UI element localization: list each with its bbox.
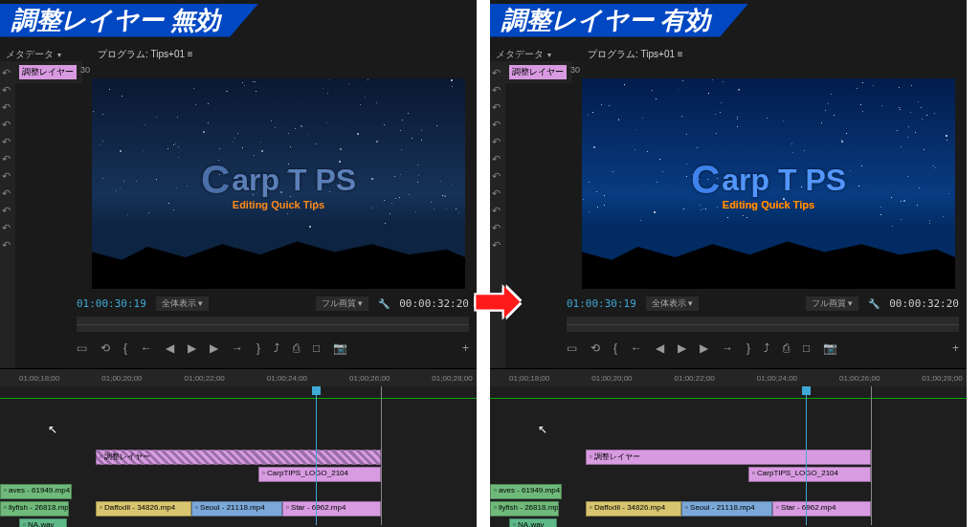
transport-button[interactable]: ◀ [166,341,174,355]
transport-button[interactable]: ← [631,341,642,355]
transport-button[interactable]: → [232,341,243,355]
undo-icon[interactable]: ↶ [2,101,13,113]
transport-button[interactable]: ⎙ [783,341,790,355]
add-button[interactable]: + [462,341,469,355]
playhead[interactable] [806,386,807,525]
program-tab[interactable]: プログラム: Tips+01 ≡ [96,46,195,63]
clip-jelly[interactable]: ▫ llyfish - 26818.mp4 [490,501,559,516]
undo-icon[interactable]: ↶ [2,187,13,199]
transport-button[interactable]: □ [313,341,320,355]
tracks[interactable]: ↖ ▫ 調整レイヤー▫ CarpTIPS_LOGO_2104▫ aves - 6… [490,386,967,525]
clip-waves[interactable]: ▫ aves - 61949.mp4 [0,484,72,499]
transport-button[interactable]: } [746,341,750,355]
ruler-tick: 01;00;22;00 [675,374,715,383]
transport-button[interactable]: { [613,341,617,355]
undo-icon[interactable]: ↶ [492,119,503,130]
out-point[interactable] [381,386,382,525]
undo-icon[interactable]: ↶ [2,153,13,165]
undo-icon[interactable]: ↶ [2,67,13,78]
transport-button[interactable]: ⟲ [590,341,600,355]
undo-icon[interactable]: ↶ [2,239,13,251]
ruler-tick: 01;00;18;00 [509,374,549,383]
clip-waves[interactable]: ▫ aves - 61949.mp4 [490,484,562,499]
transport-button[interactable]: ⎙ [293,341,300,355]
add-button[interactable]: + [952,341,959,355]
transport-button[interactable]: □ [803,341,810,355]
time-ruler[interactable]: 01;00;18;0001;00;20;0001;00;22;0001;00;2… [0,369,477,386]
transport-button[interactable]: ▶ [210,341,218,355]
clip-adj[interactable]: ▫ 調整レイヤー [96,450,381,465]
clip-star[interactable]: ▫ Star - 6962.mp4 [772,501,871,516]
clip-logo[interactable]: ▫ CarpTIPS_LOGO_2104 [748,467,871,482]
transport-button[interactable]: ▶ [678,341,686,355]
monitor-controls: 01:00:30:19 全体表示 ▾ フル画質 ▾ 🔧 00:00:32:20 … [567,296,959,361]
quality-dropdown[interactable]: フル画質 ▾ [806,296,859,311]
transport-button[interactable]: ◀ [656,341,664,355]
program-monitor[interactable]: Carp T PS Editing Quick Tips [582,78,955,289]
scrub-bar[interactable] [77,317,469,332]
transport-button[interactable]: { [123,341,127,355]
timecode-left[interactable]: 01:00:30:19 [77,297,146,310]
label-30: 30 [570,65,580,75]
playhead[interactable] [316,386,317,525]
undo-icon[interactable]: ↶ [492,170,503,182]
undo-icon[interactable]: ↶ [492,84,503,96]
timecode-right: 00:00:32:20 [889,297,959,310]
program-tab[interactable]: プログラム: Tips+01 ≡ [586,46,685,63]
tracks[interactable]: ↖ ▫ 調整レイヤー▫ CarpTIPS_LOGO_2104▫ aves - 6… [0,386,477,525]
timeline[interactable]: 01;00;18;0001;00;20;0001;00;22;0001;00;2… [0,368,477,527]
clip-daff[interactable]: ▫ Daffodil - 34826.mp4 [96,501,191,516]
zoom-dropdown[interactable]: 全体表示 ▾ [156,296,210,311]
undo-icon[interactable]: ↶ [2,222,13,233]
undo-icon[interactable]: ↶ [2,205,13,216]
monitor-controls: 01:00:30:19 全体表示 ▾ フル画質 ▾ 🔧 00:00:32:20 … [77,296,469,361]
wrench-icon[interactable]: 🔧 [868,298,880,309]
clip-seoul[interactable]: ▫ Seoul - 21118.mp4 [191,501,282,516]
transport-button[interactable]: ⤴ [764,341,769,355]
undo-icon[interactable]: ↶ [492,222,503,233]
ruler-tick: 01;00;26;00 [349,374,390,383]
clip-daff[interactable]: ▫ Daffodil - 34826.mp4 [586,501,681,516]
undo-icon[interactable]: ↶ [2,119,13,130]
time-ruler[interactable]: 01;00;18;0001;00;20;0001;00;22;0001;00;2… [490,369,967,386]
transport-button[interactable]: ▶ [188,341,196,355]
timeline[interactable]: 01;00;18;0001;00;20;0001;00;22;0001;00;2… [490,368,967,527]
undo-icon[interactable]: ↶ [2,136,13,147]
transport-button[interactable]: ⟲ [100,341,110,355]
undo-icon[interactable]: ↶ [2,84,13,96]
program-monitor[interactable]: Carp T PS Editing Quick Tips [92,78,465,289]
timecode-left[interactable]: 01:00:30:19 [567,297,636,310]
adjustment-layer-chip[interactable]: 調整レイヤー [509,65,567,79]
transport-button[interactable]: } [256,341,260,355]
transport-button[interactable]: ▭ [77,341,87,355]
adjustment-layer-chip[interactable]: 調整レイヤー [19,65,77,79]
carptips-logo: Carp T PS Editing Quick Tips [691,157,846,210]
undo-icon[interactable]: ↶ [492,136,503,147]
undo-icon[interactable]: ↶ [2,170,13,182]
transport-button[interactable]: 📷 [333,341,347,355]
clip-jelly[interactable]: ▫ llyfish - 26818.mp4 [0,501,69,516]
transport-button[interactable]: 📷 [823,341,837,355]
clip-adj[interactable]: ▫ 調整レイヤー [586,450,871,465]
undo-icon[interactable]: ↶ [492,239,503,251]
clip-star[interactable]: ▫ Star - 6962.mp4 [282,501,381,516]
out-point[interactable] [871,386,872,525]
undo-icon[interactable]: ↶ [492,187,503,199]
transport-button[interactable]: ⤴ [274,341,279,355]
scrub-bar[interactable] [567,317,959,332]
undo-icon[interactable]: ↶ [492,101,503,113]
clip-logo[interactable]: ▫ CarpTIPS_LOGO_2104 [258,467,381,482]
transport-button[interactable]: ▶ [700,341,708,355]
transport-button[interactable]: ▭ [567,341,577,355]
zoom-dropdown[interactable]: 全体表示 ▾ [646,296,700,311]
undo-icon[interactable]: ↶ [492,67,503,78]
wrench-icon[interactable]: 🔧 [378,298,390,309]
quality-dropdown[interactable]: フル画質 ▾ [316,296,369,311]
undo-icon[interactable]: ↶ [492,153,503,165]
transport-button[interactable]: ← [141,341,152,355]
clip-seoul[interactable]: ▫ Seoul - 21118.mp4 [681,501,772,516]
undo-icon[interactable]: ↶ [492,205,503,216]
clip-na[interactable]: ▫ NA.wav [509,518,557,527]
transport-button[interactable]: → [722,341,733,355]
clip-na[interactable]: ▫ NA.wav [19,518,67,527]
